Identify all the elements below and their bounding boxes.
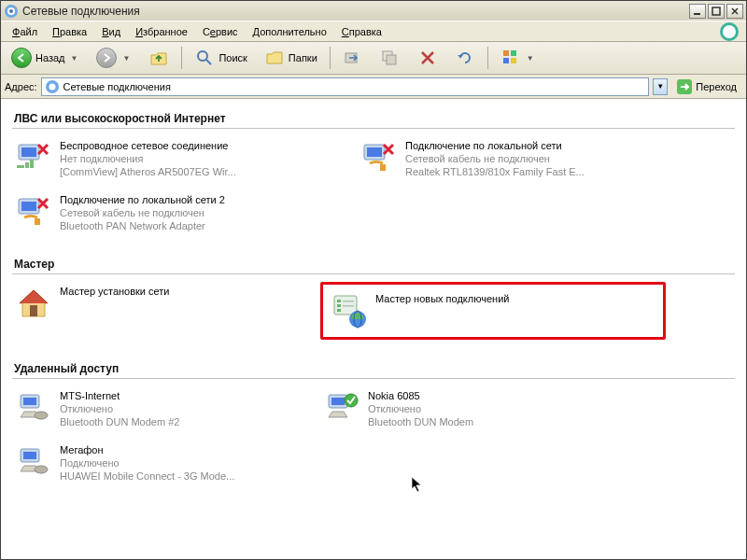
network-places-icon	[45, 79, 60, 94]
item-status: Отключено	[60, 402, 179, 415]
svg-rect-29	[337, 300, 341, 302]
chevron-down-icon[interactable]: ▼	[120, 54, 132, 63]
connection-mts[interactable]: MTS-Internet Отключено Bluetooth DUN Mod…	[12, 386, 292, 431]
svg-rect-40	[331, 398, 345, 405]
menu-help[interactable]: Справка	[334, 24, 389, 39]
svg-rect-4	[712, 7, 720, 15]
item-device: Bluetooth PAN Network Adapter	[60, 219, 225, 232]
copy-to-button[interactable]	[374, 45, 407, 71]
svg-rect-23	[380, 164, 386, 171]
connection-wireless[interactable]: Беспроводное сетевое соединение Нет подк…	[12, 136, 330, 181]
modem-icon	[15, 389, 52, 427]
chevron-down-icon[interactable]: ▼	[69, 54, 80, 63]
svg-rect-12	[511, 58, 516, 63]
connection-nokia[interactable]: Nokia 6085 Отключено Bluetooth DUN Modem	[320, 386, 638, 431]
views-icon	[500, 48, 521, 68]
svg-rect-11	[503, 58, 509, 63]
svg-rect-31	[337, 309, 341, 312]
forward-icon	[96, 48, 117, 68]
svg-rect-32	[343, 301, 354, 302]
menu-bar: ФФайлайл Правка Вид Избранное Сервис Доп…	[1, 21, 746, 42]
folders-label: Папки	[289, 52, 317, 63]
menu-edit[interactable]: Правка	[45, 24, 94, 39]
move-to-icon	[343, 48, 363, 68]
new-connection-wizard-icon	[331, 292, 368, 329]
item-title: Мегафон	[60, 443, 234, 456]
lan-icon	[15, 193, 52, 231]
search-label: Поиск	[218, 52, 247, 63]
house-icon	[15, 285, 52, 322]
undo-icon	[455, 48, 475, 68]
views-button[interactable]: ▼	[494, 45, 543, 71]
svg-point-44	[35, 466, 48, 473]
svg-rect-9	[503, 50, 509, 56]
item-device: Bluetooth DUN Modem	[368, 415, 473, 428]
search-icon	[194, 48, 215, 68]
item-status: Сетевой кабель не подключен	[405, 152, 585, 165]
menu-favorites[interactable]: Избранное	[128, 24, 195, 39]
wizard-network-setup[interactable]: Мастер установки сети	[12, 282, 292, 340]
delete-button[interactable]	[411, 45, 444, 71]
back-icon	[11, 48, 32, 68]
lan-icon	[360, 139, 398, 176]
go-label: Переход	[696, 81, 737, 92]
copy-to-icon	[380, 48, 401, 68]
item-title: Беспроводное сетевое соединение	[60, 139, 236, 152]
app-icon	[4, 4, 19, 19]
svg-rect-43	[23, 452, 36, 459]
window-title: Сетевые подключения	[19, 5, 689, 18]
item-title: Мастер установки сети	[60, 285, 170, 298]
svg-rect-25	[21, 202, 36, 211]
svg-rect-18	[17, 165, 24, 168]
connection-lan2[interactable]: Подключение по локальной сети 2 Сетевой …	[12, 190, 330, 235]
search-button[interactable]: Поиск	[188, 45, 253, 71]
move-to-button[interactable]	[336, 45, 370, 71]
go-icon	[677, 79, 692, 94]
folder-up-icon	[148, 48, 169, 68]
svg-point-2	[9, 9, 13, 13]
mouse-cursor-icon	[411, 476, 424, 493]
go-button[interactable]: Переход	[671, 77, 742, 97]
undo-button[interactable]	[448, 45, 482, 71]
svg-rect-37	[23, 398, 36, 405]
close-button[interactable]	[726, 4, 743, 19]
svg-rect-10	[511, 50, 516, 56]
toolbar: Назад ▼ ▼ Поиск Папки	[1, 42, 746, 75]
wizard-new-connection[interactable]: Мастер новых подключений	[320, 282, 666, 340]
back-label: Назад	[35, 52, 65, 63]
chevron-down-icon[interactable]: ▼	[525, 54, 536, 63]
modem-icon	[15, 443, 52, 481]
forward-button[interactable]: ▼	[90, 45, 138, 71]
folders-button[interactable]: Папки	[258, 45, 324, 71]
address-dropdown[interactable]: ▼	[653, 78, 668, 95]
brand-icon	[720, 22, 739, 41]
svg-point-14	[49, 83, 55, 90]
modem-icon	[323, 389, 360, 427]
connection-lan1[interactable]: Подключение по локальной сети Сетевой ка…	[358, 136, 675, 181]
svg-rect-17	[21, 147, 36, 157]
minimize-button[interactable]	[689, 4, 706, 19]
menu-file[interactable]: ФФайлайл	[5, 24, 45, 39]
item-title: MTS-Internet	[60, 389, 179, 402]
svg-rect-8	[387, 55, 396, 64]
up-button[interactable]	[142, 45, 176, 71]
delete-icon	[417, 48, 438, 68]
menu-tools[interactable]: Сервис	[195, 24, 246, 39]
svg-point-38	[35, 412, 48, 419]
address-bar: Адрес: Сетевые подключения ▼ Переход	[1, 75, 746, 99]
item-device: Realtek RTL8139/810x Family Fast E...	[405, 165, 585, 178]
address-input[interactable]: Сетевые подключения	[41, 77, 650, 96]
item-device: [CommView] Atheros AR5007EG Wir...	[60, 165, 236, 178]
svg-rect-22	[367, 147, 382, 157]
connection-megafon[interactable]: Мегафон Подключено HUAWEI Mobile Connect…	[12, 441, 292, 485]
title-bar: Сетевые подключения	[1, 1, 746, 21]
maximize-button[interactable]	[708, 4, 725, 19]
item-title: Nokia 6085	[368, 389, 473, 402]
menu-advanced[interactable]: Дополнительно	[246, 24, 334, 39]
menu-view[interactable]: Вид	[94, 24, 128, 39]
wireless-icon	[15, 139, 52, 176]
svg-rect-30	[337, 304, 341, 307]
svg-rect-33	[343, 305, 354, 307]
address-label: Адрес:	[5, 81, 37, 92]
back-button[interactable]: Назад ▼	[5, 45, 86, 71]
